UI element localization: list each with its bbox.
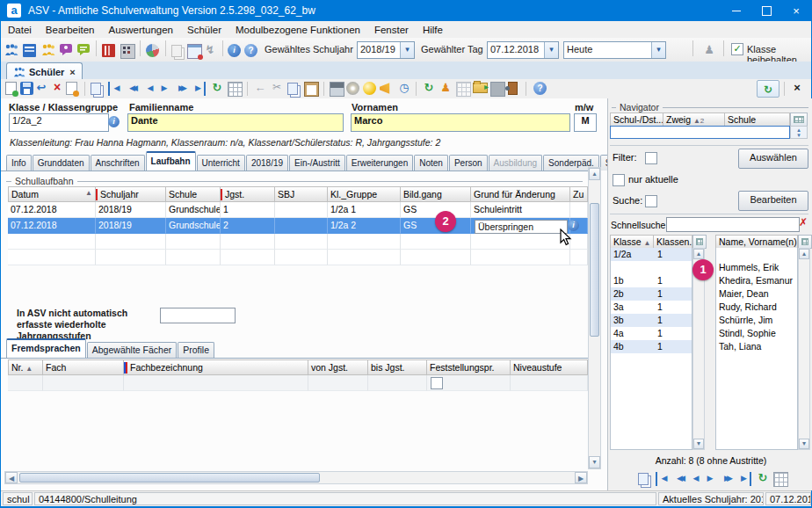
scrollbar-thumb[interactable]	[590, 203, 599, 337]
table-row-empty[interactable]	[8, 234, 588, 250]
scroll-down-icon[interactable]: ▾	[589, 456, 600, 468]
scroll-up-icon[interactable]: ▴	[799, 249, 809, 259]
only-current-checkbox[interactable]	[613, 174, 625, 186]
save-icon[interactable]	[20, 82, 33, 95]
nav-last-icon[interactable]: ▶	[738, 472, 751, 486]
auswaehlen-button[interactable]: Auswählen	[738, 149, 808, 169]
student-row[interactable]: Maier, Dean	[716, 287, 797, 301]
name-list[interactable]: Dante, Marco Hummels, Erik Khedira, Esma…	[715, 248, 798, 450]
nav-fast-back-icon[interactable]: ◀◀	[122, 82, 141, 96]
school-year-combobox[interactable]: 2018/19 ▾	[357, 41, 415, 59]
column-header-zu[interactable]: Zu	[570, 186, 588, 202]
nav-back-icon[interactable]: ◀	[143, 82, 157, 96]
tab-erweiterungen[interactable]: Erweiterungen	[346, 155, 413, 171]
grund-edit-field[interactable]: Überspringen	[475, 220, 568, 234]
class-row[interactable]: 1b1	[611, 274, 692, 287]
repeated-grades-field[interactable]	[160, 308, 236, 323]
person-gray-icon[interactable]: ♟	[702, 43, 716, 57]
column-config-icon[interactable]	[692, 235, 707, 249]
table-row-empty[interactable]	[8, 250, 588, 265]
class-row[interactable]: 2b1	[611, 287, 692, 301]
menu-bearbeiten[interactable]: Bearbeiten	[39, 25, 102, 35]
bearbeiten-button[interactable]: Bearbeiten	[738, 191, 808, 211]
column-header-zweig[interactable]: Zweig ▲2	[663, 112, 725, 127]
exit-door-icon[interactable]	[508, 82, 518, 95]
statistics-icon[interactable]	[120, 44, 135, 59]
day-combobox[interactable]: 07.12.2018 ▾	[487, 41, 559, 59]
copy-icon[interactable]	[287, 83, 298, 95]
chevron-down-icon[interactable]: ▾	[544, 42, 558, 58]
scroll-down-icon[interactable]: ▾	[693, 439, 704, 449]
clear-search-icon[interactable]: ✗	[796, 216, 810, 230]
student-row[interactable]: Hummels, Erik	[716, 261, 797, 274]
info-icon[interactable]: i	[228, 44, 241, 57]
column-header-bildgang[interactable]: Bild.gang	[401, 186, 471, 202]
lightning-icon[interactable]: ↯	[203, 43, 217, 57]
list-view-icon[interactable]	[228, 82, 243, 97]
class-row-selected[interactable]: 1/2a2	[611, 261, 692, 274]
column-header-fachbezeichnung[interactable]: Fachbezeichnung	[124, 359, 308, 375]
close-button[interactable]: ×	[781, 0, 811, 21]
nav-forward-icon[interactable]: ▶	[703, 472, 717, 486]
day-mode-combobox[interactable]: Heute ▾	[563, 41, 666, 59]
scroll-up-icon[interactable]: ▴	[693, 249, 704, 259]
tab-person[interactable]: Person	[449, 155, 488, 171]
person-icon[interactable]: ♟	[439, 81, 453, 95]
name-list-scrollbar[interactable]: ▴ ▾	[798, 248, 810, 450]
column-header-nr[interactable]: Nr. ▲	[8, 359, 43, 375]
column-header-schule-nav[interactable]: Schule	[725, 112, 790, 127]
delete-record-icon[interactable]: ×	[50, 81, 64, 95]
column-header-klassengruppe[interactable]: Klassen...	[654, 235, 692, 249]
archive-icon[interactable]	[490, 82, 505, 97]
refresh-icon[interactable]: ↻	[756, 471, 770, 485]
tab-grunddaten[interactable]: Grunddaten	[33, 155, 90, 171]
column-header-name[interactable]: Name, Vorname(n) ▲	[715, 235, 798, 249]
nav-fast-back-icon[interactable]: ◀◀	[670, 472, 689, 486]
student-row[interactable]: Tah, Liana	[716, 340, 797, 353]
refresh-view-button[interactable]: ↻	[757, 80, 779, 98]
column-header-bis-jgst[interactable]: bis Jgst.	[368, 359, 427, 375]
tab-anschriften[interactable]: Anschriften	[91, 155, 145, 171]
class-row[interactable]: 3a1	[611, 301, 692, 314]
table-row[interactable]: 07.12.2018 2018/19 Grundschule ... 1 1/2…	[8, 202, 588, 218]
tab-abgewaehlte-faecher[interactable]: Abgewählte Fächer	[87, 342, 177, 358]
help-icon[interactable]: ?	[244, 44, 257, 57]
nav-back-icon[interactable]: ◀	[689, 472, 703, 486]
help-icon[interactable]: ?	[533, 82, 547, 95]
class-row[interactable]: 4b1	[611, 340, 692, 353]
column-header-schuljahr[interactable]: Schuljahr	[96, 186, 166, 202]
clock-icon[interactable]: ◷	[397, 81, 411, 95]
column-header-von-jgst[interactable]: von Jgst.	[308, 359, 368, 375]
spin-down-icon[interactable]: ▾	[791, 133, 807, 138]
grid-gray-icon[interactable]	[456, 82, 471, 97]
new-record-icon[interactable]	[5, 82, 17, 95]
class-row[interactable]: 1/2a1	[611, 248, 692, 261]
column-config-icon[interactable]	[798, 235, 812, 249]
student-row[interactable]: Khedira, Esmanur	[716, 274, 797, 287]
groups-icon[interactable]	[41, 43, 55, 56]
class-info-icon[interactable]: i	[108, 116, 120, 127]
menu-fenster[interactable]: Fenster	[367, 25, 416, 35]
nav-last-icon[interactable]: ▶	[192, 82, 206, 96]
copy-pages-icon[interactable]	[171, 45, 182, 57]
tab-close-icon[interactable]: ×	[69, 67, 75, 77]
column-header-sbj[interactable]: SBJ	[275, 186, 328, 202]
copy-record-icon[interactable]	[91, 83, 101, 95]
tab-info[interactable]: Info	[6, 155, 32, 171]
quicksearch-input[interactable]	[666, 217, 800, 232]
tab-fremdsprachen[interactable]: Fremdsprachen	[6, 338, 86, 358]
column-header-datum[interactable]: Datum ▲	[8, 186, 96, 202]
horizontal-scrollbar[interactable]: ◀ ▶	[4, 471, 588, 484]
column-header-fach[interactable]: Fach	[43, 359, 124, 375]
register-icon[interactable]	[102, 44, 115, 57]
message-person-icon[interactable]	[59, 43, 73, 56]
cut-icon[interactable]: ✂	[270, 81, 284, 95]
tab-profile[interactable]: Profile	[178, 342, 214, 358]
class-list[interactable]: 1/2a1 1/2a2 1b1 2b1 3a1 3b1 4a1 4b1	[610, 248, 692, 450]
row-spinner[interactable]: ▴ ▾	[790, 126, 808, 139]
class-card-icon[interactable]	[23, 44, 36, 57]
bulb-icon[interactable]	[363, 82, 376, 95]
refresh-icon[interactable]: ↻	[210, 81, 224, 95]
class-field[interactable]: 1/2a_2	[9, 113, 109, 132]
nav-fast-forward-icon[interactable]: ▶▶	[717, 472, 736, 486]
